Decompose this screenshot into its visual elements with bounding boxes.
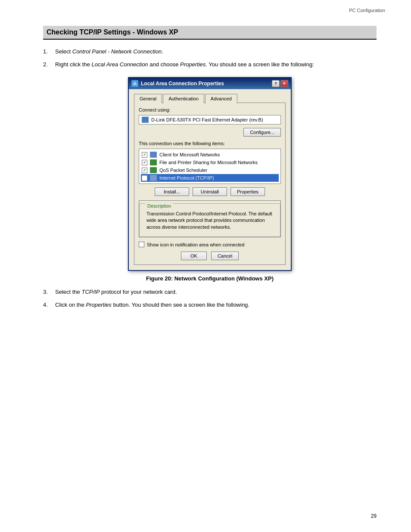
label-qos: QoS Packet Scheduler	[159, 168, 207, 173]
cancel-button[interactable]: Cancel	[211, 252, 239, 260]
step-2-italic1: Local Area Connection	[92, 61, 148, 68]
xp-window-icon: 🖧	[131, 80, 138, 87]
items-list: ✓ Client for Microsoft Networks ✓ File a…	[139, 149, 281, 184]
step-4: 4. Click on the Properties button. You s…	[43, 301, 377, 309]
step-4-text: Click on the Properties button. You shou…	[55, 301, 377, 309]
section-title: Checking TCP/IP Settings - Windows XP	[43, 26, 377, 40]
step-1-italic: Control Panel - Network Connection	[72, 48, 162, 55]
step-4-italic: Properties	[86, 302, 112, 308]
ok-cancel-row: OK Cancel	[139, 252, 281, 260]
page-number: 29	[371, 513, 377, 519]
step-1-text: Select Control Panel - Network Connectio…	[55, 47, 377, 56]
step-4-number: 4.	[43, 301, 55, 309]
xp-dialog: 🖧 Local Area Connection Properties ? ✕ G…	[128, 77, 292, 271]
xp-titlebar: 🖧 Local Area Connection Properties ? ✕	[129, 78, 291, 89]
item-tcpip: ✓ Internet Protocol (TCP/IP)	[141, 174, 279, 182]
connect-using-label: Connect using:	[139, 107, 281, 112]
properties-button[interactable]: Properties	[230, 187, 265, 196]
step-2-text: Right click the Local Area Connection an…	[55, 60, 377, 69]
step-1-number: 1.	[43, 47, 55, 56]
step-3-number: 3.	[43, 288, 55, 296]
icon-file-printer	[150, 159, 157, 165]
xp-help-button[interactable]: ?	[272, 80, 280, 87]
tab-advanced[interactable]: Advanced	[205, 94, 237, 103]
xp-dialog-body: General Authentication Advanced Connect …	[129, 89, 291, 270]
figure-container: 🖧 Local Area Connection Properties ? ✕ G…	[43, 77, 377, 282]
checkbox-qos[interactable]: ✓	[142, 168, 147, 173]
step-1: 1. Select Control Panel - Network Connec…	[43, 47, 377, 56]
page-header: PC Configuration	[349, 8, 385, 13]
ok-button[interactable]: OK	[181, 252, 207, 260]
adapter-icon	[142, 117, 149, 123]
tab-general[interactable]: General	[134, 94, 162, 103]
step-2: 2. Right click the Local Area Connection…	[43, 60, 377, 69]
step-3-text: Select the TCP/IP protocol for your netw…	[55, 288, 377, 296]
checkbox-file-printer[interactable]: ✓	[142, 160, 147, 165]
icon-tcpip	[150, 175, 157, 181]
notification-label: Show icon in notification area when conn…	[147, 242, 244, 247]
figure-caption: Figure 20: Network Configuration (Window…	[146, 275, 274, 282]
description-content: Transmission Control Protocol/Internet P…	[143, 209, 277, 233]
icon-client-ms	[150, 152, 157, 158]
xp-titlebar-buttons[interactable]: ? ✕	[272, 80, 288, 87]
item-client-ms: ✓ Client for Microsoft Networks	[141, 151, 279, 159]
xp-dialog-title: Local Area Connection Properties	[141, 81, 224, 87]
configure-row: Configure...	[139, 128, 281, 137]
xp-tab-content: Connect using: D-Link DFE-530TX PCI Fast…	[134, 103, 286, 265]
description-legend: Description	[146, 203, 173, 208]
checkbox-tcpip[interactable]: ✓	[142, 175, 147, 181]
configure-button[interactable]: Configure...	[243, 128, 281, 137]
label-tcpip: Internet Protocol (TCP/IP)	[159, 175, 214, 180]
steps-below-list: 3. Select the TCP/IP protocol for your n…	[43, 288, 377, 309]
label-client-ms: Client for Microsoft Networks	[159, 152, 220, 157]
notification-row: Show icon in notification area when conn…	[139, 242, 281, 247]
xp-titlebar-left: 🖧 Local Area Connection Properties	[131, 80, 224, 87]
step-3-italic: TCP/IP	[81, 289, 100, 295]
step-2-number: 2.	[43, 60, 55, 69]
action-buttons-row: Install... Uninstall Properties	[139, 187, 281, 196]
label-file-printer: File and Printer Sharing for Microsoft N…	[159, 160, 258, 165]
item-file-printer: ✓ File and Printer Sharing for Microsoft…	[141, 159, 279, 166]
checkbox-notification[interactable]	[139, 242, 144, 247]
steps-list: 1. Select Control Panel - Network Connec…	[43, 47, 377, 68]
adapter-name: D-Link DFE-530TX PCI Fast Ethernet Adapt…	[151, 117, 263, 122]
step-3: 3. Select the TCP/IP protocol for your n…	[43, 288, 377, 296]
uninstall-button[interactable]: Uninstall	[193, 187, 227, 196]
icon-qos	[150, 167, 157, 173]
connection-items-label: This connection uses the following items…	[139, 141, 281, 146]
item-qos: ✓ QoS Packet Scheduler	[141, 166, 279, 174]
tab-authentication[interactable]: Authentication	[163, 94, 204, 103]
description-box: Description Transmission Control Protoco…	[139, 200, 281, 237]
checkbox-client-ms[interactable]: ✓	[142, 152, 147, 158]
adapter-row: D-Link DFE-530TX PCI Fast Ethernet Adapt…	[139, 115, 281, 124]
xp-close-button[interactable]: ✕	[280, 80, 288, 87]
step-2-italic2: Properties	[180, 61, 206, 68]
xp-tabs: General Authentication Advanced	[134, 93, 286, 103]
install-button[interactable]: Install...	[155, 187, 189, 196]
